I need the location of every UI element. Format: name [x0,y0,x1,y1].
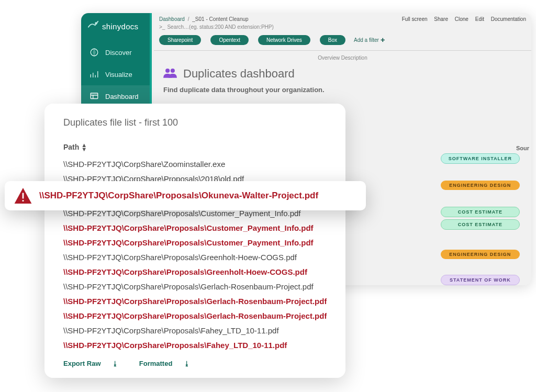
alert-card: \\SHD-PF2YTJQ\CorpShare\Proposals\Okunev… [5,181,366,210]
file-row[interactable]: \\SHD-PF2YTJQ\CorpShare\Proposals\Fahey_… [63,323,327,338]
file-row[interactable]: \\SHD-PF2YTJQ\CorpShare\Proposals\Gerlac… [63,308,327,323]
people-icon [163,68,177,80]
tag-cost-estimate: COST ESTIMATE [441,219,520,230]
nav-label: Dashboard [105,93,139,100]
download-icon: ⭳ [184,360,190,367]
file-row[interactable]: \\SHD-PF2YTJQ\CorpShare\Proposals\Greenh… [63,264,327,279]
brand-logo-icon [87,20,99,32]
file-row[interactable]: \\SHD-PF2YTJQ\CorpShare\Proposals\Custom… [63,235,327,250]
export-raw-link[interactable]: Export Raw ⭳ [63,360,128,367]
overview-description-label: Overview Description [154,51,531,64]
plus-icon: ✚ [381,37,385,43]
file-row[interactable]: \\SHD-PF2YTJQ\CorpShare\Proposals\Custom… [63,220,327,235]
svg-point-5 [165,69,170,73]
file-row[interactable]: \\SHD-PF2YTJQ\CorpShare\Proposals\Greenh… [63,250,327,264]
file-row[interactable]: \\SHD-PF2YTJQ\CorpShare\Proposals\Gerlac… [63,279,327,294]
tag-engineering-design: ENGINEERING DESIGN [441,181,520,190]
search-placeholder[interactable]: Search…(eg. status:200 AND extension:PHP… [167,24,273,30]
source-column-header[interactable]: Sour [516,145,529,151]
tag-column: SOFTWARE INSTALLERENGINEERING DESIGNCOST… [441,153,520,285]
page-header: Duplicates dashboard Find duplicate data… [154,64,531,101]
clone-link[interactable]: Clone [455,16,468,22]
tag-cost-estimate: COST ESTIMATE [441,207,520,217]
filter-pill-sharepoint[interactable]: Sharepoint [159,35,201,45]
brand: shinydocs [81,13,150,41]
brand-text: shinydocs [102,22,138,31]
svg-rect-2 [91,93,98,99]
add-filter-label: Add a filter [354,37,379,43]
tag-statement-of-work: STATEMENT OF WORK [441,275,520,285]
svg-point-0 [95,23,97,24]
breadcrumb-sep: / [188,16,189,22]
dashboard-icon [90,92,99,101]
filter-pill-opentext[interactable]: Opentext [210,35,249,45]
breadcrumb-current: _S01 - Content Cleanup [192,16,248,22]
path-column-header[interactable]: Path ▲▼ [63,143,327,151]
alert-triangle-icon [14,188,32,204]
nav-item-discover[interactable]: Discover [81,41,150,63]
search-bar[interactable]: >_ Search…(eg. status:200 AND extension:… [154,23,531,33]
add-filter-link[interactable]: Add a filter ✚ [354,37,385,43]
nav-item-visualize[interactable]: Visualize [81,63,150,85]
filter-pill-network-drives[interactable]: Network Drives [258,35,310,45]
file-row[interactable]: \\SHD-PF2YTJQ\CorpShare\Proposals\Gerlac… [63,294,327,308]
export-formatted-link[interactable]: Formatted ⭳ [139,360,199,367]
edit-link[interactable]: Edit [475,16,484,22]
path-header-label: Path [63,143,79,151]
docs-link[interactable]: Documentation [491,16,526,22]
svg-rect-7 [23,193,24,199]
visualize-icon [90,70,99,79]
share-link[interactable]: Share [434,16,448,22]
duplicates-list-card: Duplicates file list - first 100 Path ▲▼… [44,104,345,378]
breadcrumb-root[interactable]: Dashboard [159,16,185,22]
tag-software-installer: SOFTWARE INSTALLER [441,153,520,164]
discover-icon [90,48,99,57]
filter-pill-box[interactable]: Box [320,35,345,45]
filter-row: SharepointOpentextNetwork DrivesBox Add … [154,33,531,48]
nav-label: Discover [105,49,132,57]
sort-icon[interactable]: ▲▼ [81,143,87,151]
fullscreen-link[interactable]: Full screen [402,16,428,22]
svg-rect-8 [23,200,24,201]
alert-path: \\SHD-PF2YTJQ\CorpShare\Proposals\Okunev… [39,191,318,201]
page-title: Duplicates dashboard [183,67,295,81]
download-icon: ⭳ [112,360,118,367]
search-prompt-icon: >_ [159,24,165,30]
tag-engineering-design: ENGINEERING DESIGN [441,250,520,259]
nav-label: Visualize [105,71,132,79]
export-row: Export Raw ⭳ Formatted ⭳ [63,360,327,367]
topbar-actions: Full screen Share Clone Edit Documentati… [397,16,526,22]
file-row[interactable]: \\SHD-PF2YTJQ\CorpShare\Proposals\Fahey_… [63,338,327,352]
svg-point-6 [171,69,175,73]
page-subtitle: Find duplicate data throughout your orga… [163,86,522,94]
file-row[interactable]: \\SHD-PF2YTJQ\CorpShare\Zoominstaller.ex… [63,156,327,171]
list-title: Duplicates file list - first 100 [63,117,327,128]
